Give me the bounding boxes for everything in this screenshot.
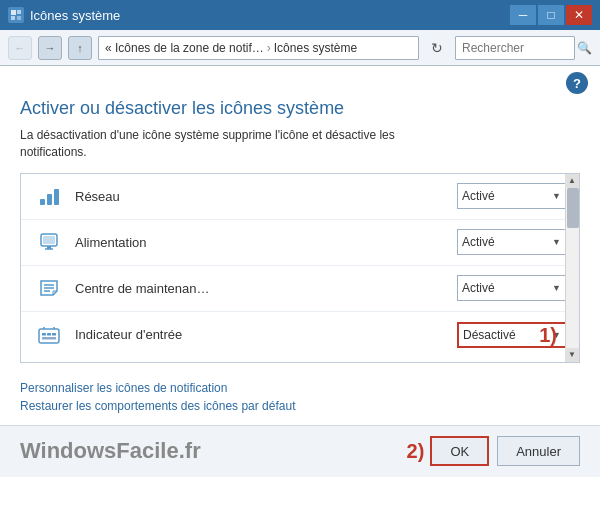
svg-rect-19 [52,333,56,336]
personalize-link[interactable]: Personnaliser les icônes de notification [20,381,580,395]
alimentation-dropdown[interactable]: Activé Désactivé [457,229,567,255]
title-bar-controls: ─ □ ✕ [510,5,592,25]
refresh-button[interactable]: ↻ [425,36,449,60]
svg-rect-0 [11,10,16,15]
restore-link[interactable]: Restaurer les comportements des icônes p… [20,399,580,413]
address-part1: « Icônes de la zone de notif… [105,41,264,55]
search-icon: 🔍 [577,41,592,55]
svg-rect-2 [11,16,15,20]
alimentation-label: Alimentation [75,235,457,250]
title-bar: Icônes système ─ □ ✕ [0,0,600,30]
svg-rect-17 [42,333,46,336]
centre-label: Centre de maintenan… [75,281,457,296]
svg-rect-14 [39,329,59,343]
links-area: Personnaliser les icônes de notification… [0,373,600,425]
scroll-down-button[interactable]: ▼ [565,348,579,362]
reseau-label: Réseau [75,189,457,204]
indicateur-icon [33,319,65,351]
help-area: ? [0,66,600,94]
scroll-up-button[interactable]: ▲ [565,174,579,188]
svg-rect-8 [43,236,55,244]
table-container: Réseau Activé Désactivé [20,173,580,363]
centre-dropdown[interactable]: Activé Désactivé [457,275,567,301]
centre-dropdown-wrapper: Activé Désactivé [457,275,567,301]
maximize-button[interactable]: □ [538,5,564,25]
table-inner: Réseau Activé Désactivé [21,174,579,358]
window-title: Icônes système [30,8,120,23]
description-line1: La désactivation d'une icône système sup… [20,128,395,142]
svg-rect-1 [17,10,21,14]
reseau-dropdown[interactable]: Activé Désactivé [457,183,567,209]
scrollbar[interactable]: ▲ ▼ [565,174,579,362]
alimentation-dropdown-wrapper: Activé Désactivé [457,229,567,255]
close-button[interactable]: ✕ [566,5,592,25]
svg-rect-18 [47,333,51,336]
address-separator: › [267,41,271,55]
forward-button[interactable]: → [38,36,62,60]
table-row: Indicateur d'entrée Activé Désactivé 1) [21,312,579,358]
svg-rect-5 [47,194,52,205]
address-path: « Icônes de la zone de notif… › Icônes s… [98,36,419,60]
scrollbar-thumb[interactable] [567,188,579,228]
title-bar-icon [8,7,24,23]
centre-icon [33,272,65,304]
address-bar: ← → ↑ « Icônes de la zone de notif… › Ic… [0,30,600,66]
content-wrapper: ? Activer ou désactiver les icônes systè… [0,66,600,517]
ok-button[interactable]: OK [430,436,489,466]
indicateur-label: Indicateur d'entrée [75,327,457,342]
watermark-text: WindowsFacile.fr [20,438,407,464]
svg-rect-20 [42,337,56,340]
description-line2: notifications. [20,145,87,159]
reseau-icon [33,180,65,212]
reseau-dropdown-wrapper: Activé Désactivé [457,183,567,209]
annotation-1-label: 1) [539,323,557,346]
svg-rect-6 [54,189,59,205]
annotation-2-label: 2) [407,440,425,463]
svg-rect-4 [40,199,45,205]
help-button[interactable]: ? [566,72,588,94]
address-current: Icônes système [274,41,357,55]
table-row: Alimentation Activé Désactivé [21,220,579,266]
table-row: Réseau Activé Désactivé [21,174,579,220]
description: La désactivation d'une icône système sup… [20,127,580,161]
up-button[interactable]: ↑ [68,36,92,60]
table-row: Centre de maintenan… Activé Désactivé [21,266,579,312]
alimentation-icon [33,226,65,258]
bottom-bar: WindowsFacile.fr 2) OK Annuler [0,425,600,477]
search-input[interactable] [455,36,575,60]
svg-rect-3 [17,16,21,20]
page-title: Activer ou désactiver les icônes système [20,98,580,119]
minimize-button[interactable]: ─ [510,5,536,25]
cancel-button[interactable]: Annuler [497,436,580,466]
main-content: Activer ou désactiver les icônes système… [0,94,600,373]
title-bar-left: Icônes système [8,7,120,23]
back-button[interactable]: ← [8,36,32,60]
